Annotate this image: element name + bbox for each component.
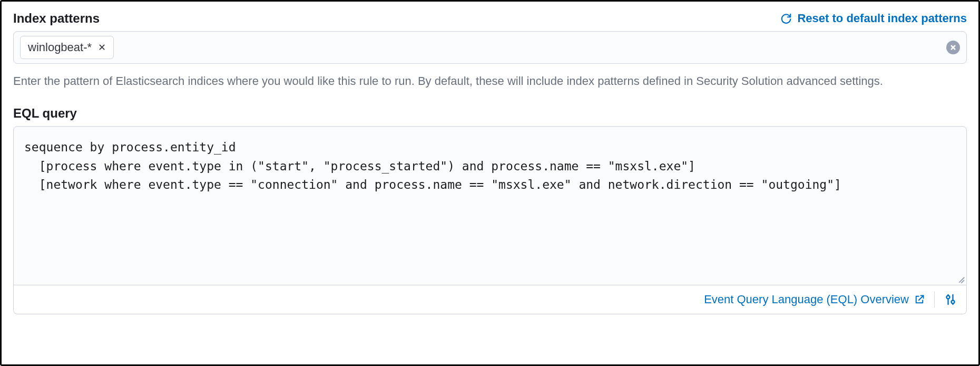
rule-definition-panel: Index patterns Reset to default index pa…: [0, 0, 980, 366]
divider: [934, 292, 935, 307]
eql-query-label: EQL query: [13, 106, 967, 121]
svg-point-3: [947, 296, 950, 299]
reset-index-patterns-text: Reset to default index patterns: [797, 12, 967, 25]
index-patterns-pills: winlogbeat-* ✕: [20, 36, 114, 59]
close-icon: [950, 44, 956, 51]
clear-all-button[interactable]: [946, 41, 960, 54]
reset-index-patterns-link[interactable]: Reset to default index patterns: [780, 12, 967, 25]
eql-query-editor[interactable]: sequence by process.entity_id [process w…: [13, 126, 967, 285]
index-pattern-pill-text: winlogbeat-*: [28, 41, 92, 54]
resize-handle[interactable]: [957, 275, 964, 283]
eql-footer-bar: Event Query Language (EQL) Overview: [13, 285, 967, 314]
index-patterns-help-text: Enter the pattern of Elasticsearch indic…: [13, 72, 951, 90]
eql-query-text: sequence by process.entity_id [process w…: [24, 140, 841, 191]
sliders-icon: [944, 293, 957, 306]
eql-overview-text: Event Query Language (EQL) Overview: [704, 293, 909, 306]
remove-pill-icon[interactable]: ✕: [98, 43, 106, 52]
refresh-icon: [780, 13, 792, 24]
eql-settings-button[interactable]: [944, 293, 957, 306]
index-patterns-header: Index patterns Reset to default index pa…: [13, 11, 967, 26]
index-patterns-label: Index patterns: [13, 11, 100, 26]
eql-overview-link[interactable]: Event Query Language (EQL) Overview: [704, 293, 925, 306]
svg-point-5: [952, 301, 955, 304]
external-link-icon: [914, 294, 925, 305]
index-patterns-input[interactable]: winlogbeat-* ✕: [13, 31, 967, 64]
index-pattern-pill[interactable]: winlogbeat-* ✕: [20, 36, 114, 59]
